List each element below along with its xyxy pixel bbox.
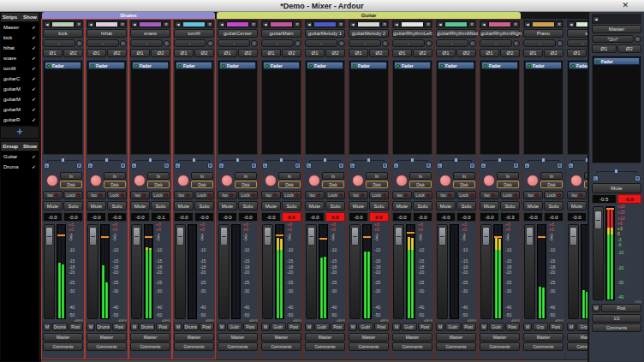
pan-control[interactable]: L R bbox=[174, 156, 214, 169]
metering-button[interactable]: M bbox=[523, 323, 532, 331]
meter-point-button[interactable]: Post bbox=[505, 323, 521, 331]
gain-display[interactable]: -0.0 bbox=[523, 212, 543, 222]
trim-knob[interactable] bbox=[207, 40, 214, 47]
monitor-input-button[interactable]: In bbox=[584, 172, 587, 180]
mute-button[interactable]: Mute bbox=[305, 201, 325, 211]
meter-point-button[interactable]: Post bbox=[462, 323, 477, 331]
show-checkbox[interactable]: ✓ bbox=[32, 65, 36, 72]
processor-box[interactable]: Fader bbox=[567, 60, 587, 155]
metering-button[interactable]: M bbox=[261, 323, 270, 331]
mute-button[interactable]: Mute bbox=[261, 201, 281, 211]
phase-2-button[interactable]: Ø2 bbox=[194, 49, 214, 57]
trim-knob[interactable] bbox=[469, 40, 476, 47]
comments-button[interactable]: Comments bbox=[349, 342, 389, 351]
window-close-icon[interactable]: ✕ bbox=[622, 1, 629, 9]
meter-point-button[interactable]: Post bbox=[200, 323, 215, 331]
solo-button[interactable]: Solo bbox=[500, 201, 520, 211]
input-button[interactable]: - bbox=[305, 39, 337, 47]
meter-point-button[interactable]: Post bbox=[156, 323, 171, 331]
monitor-input-button[interactable]: In bbox=[191, 172, 213, 180]
monitor-input-button[interactable]: In bbox=[60, 172, 82, 180]
phase-2-button[interactable]: Ø2 bbox=[63, 49, 83, 57]
comments-button[interactable]: Comments bbox=[392, 342, 432, 351]
fader-handle[interactable] bbox=[176, 227, 184, 246]
fader-slider[interactable] bbox=[524, 224, 535, 319]
pan-right-button[interactable]: R bbox=[635, 175, 641, 181]
fader-handle[interactable] bbox=[45, 227, 53, 246]
strip-width-toggle[interactable]: ◀ bbox=[262, 21, 269, 27]
phase-2-button[interactable]: Ø2 bbox=[282, 49, 301, 57]
pan-control[interactable]: L R bbox=[43, 156, 83, 169]
gain-display[interactable]: -0.0 bbox=[218, 212, 237, 222]
pan-handle[interactable] bbox=[104, 157, 109, 163]
phase-1-button[interactable]: Ø1 bbox=[174, 49, 194, 57]
output-button[interactable]: Master bbox=[218, 333, 258, 341]
input-button[interactable]: - bbox=[130, 39, 163, 47]
sidebar-strip-item[interactable]: hihat✓ bbox=[1, 43, 39, 53]
output-button[interactable]: Master bbox=[349, 333, 389, 341]
pan-handle[interactable] bbox=[541, 157, 546, 163]
fader-processor[interactable]: Fader bbox=[88, 62, 125, 69]
monitor-input-button[interactable]: In bbox=[322, 172, 344, 180]
pan-right-button[interactable]: R bbox=[164, 163, 170, 169]
fader-slider[interactable] bbox=[175, 224, 186, 319]
group-button[interactable]: Grp bbox=[576, 323, 587, 331]
record-enable-button[interactable] bbox=[527, 175, 539, 187]
fader-handle[interactable] bbox=[264, 227, 271, 246]
phase-2-button[interactable]: Ø2 bbox=[325, 49, 345, 57]
record-enable-button[interactable] bbox=[396, 175, 408, 187]
sidebar-strip-item[interactable]: guitarC✓ bbox=[1, 74, 39, 84]
master-name-button[interactable]: Master bbox=[592, 25, 641, 33]
output-button[interactable]: Master bbox=[86, 333, 127, 341]
sidebar-strip-item[interactable]: Master✓ bbox=[1, 22, 39, 33]
processor-box[interactable]: Fader bbox=[592, 56, 641, 163]
metering-button[interactable]: M bbox=[305, 323, 313, 331]
strip-color-swatch[interactable] bbox=[313, 21, 337, 27]
strip-name-button[interactable]: Piano bbox=[523, 29, 564, 38]
group-tab-drums[interactable]: Drums bbox=[42, 12, 215, 19]
pan-left-button[interactable]: L bbox=[87, 163, 93, 169]
strip-width-toggle[interactable]: ◀ bbox=[218, 21, 225, 27]
peak-display[interactable]: -0.0 bbox=[107, 212, 127, 222]
meter-point-button[interactable]: Post bbox=[69, 323, 84, 331]
fader-slider[interactable] bbox=[393, 224, 404, 319]
pan-left-button[interactable]: L bbox=[306, 163, 312, 169]
fader-handle[interactable] bbox=[438, 227, 446, 246]
phase-2-button[interactable]: Ø2 bbox=[617, 45, 642, 53]
fader-handle[interactable] bbox=[133, 227, 140, 246]
solo-isolate-button[interactable]: Iso bbox=[523, 191, 543, 199]
lock-button[interactable]: Lock bbox=[107, 191, 127, 199]
strip-name-button[interactable]: guitarMain bbox=[261, 29, 301, 38]
pan-control[interactable]: L R bbox=[86, 156, 127, 169]
input-button[interactable]: - bbox=[174, 39, 206, 47]
pan-control[interactable]: L R bbox=[218, 156, 258, 169]
record-enable-button[interactable] bbox=[221, 175, 233, 187]
fader-handle[interactable] bbox=[89, 227, 97, 246]
phase-2-button[interactable]: Ø2 bbox=[151, 49, 170, 57]
mute-button[interactable]: Mute bbox=[174, 201, 194, 211]
group-button[interactable]: Guitr bbox=[271, 323, 286, 331]
phase-1-button[interactable]: Ø1 bbox=[349, 49, 368, 57]
strip-name-button[interactable]: guitarRhythmMiddle bbox=[436, 29, 476, 38]
show-checkbox[interactable]: ✓ bbox=[32, 24, 36, 31]
input-button[interactable]: - bbox=[523, 39, 556, 47]
solo-button[interactable]: Solo bbox=[282, 201, 301, 211]
phase-1-button[interactable]: Ø1 bbox=[523, 49, 543, 57]
record-enable-button[interactable] bbox=[352, 175, 364, 187]
solo-isolate-button[interactable]: Iso bbox=[86, 191, 106, 199]
strip-name-button[interactable]: hihat bbox=[86, 29, 127, 38]
output-button[interactable]: Master bbox=[174, 333, 214, 341]
show-checkbox[interactable]: ✓ bbox=[32, 153, 36, 160]
sidebar-strip-item[interactable]: snare✓ bbox=[1, 53, 39, 63]
mute-button[interactable]: Mute bbox=[86, 201, 106, 211]
trim-knob[interactable] bbox=[635, 36, 641, 43]
fader-processor[interactable]: Fader bbox=[481, 62, 518, 69]
pan-left-button[interactable]: L bbox=[44, 163, 50, 169]
group-button[interactable]: Drums bbox=[52, 323, 68, 331]
fader-slider[interactable] bbox=[87, 224, 98, 319]
fader-handle[interactable] bbox=[569, 227, 577, 246]
gain-display[interactable]: -0.0 bbox=[349, 212, 368, 222]
pan-handle[interactable] bbox=[236, 157, 240, 163]
record-enable-button[interactable] bbox=[46, 175, 58, 187]
comments-button[interactable]: Comments bbox=[567, 342, 587, 351]
